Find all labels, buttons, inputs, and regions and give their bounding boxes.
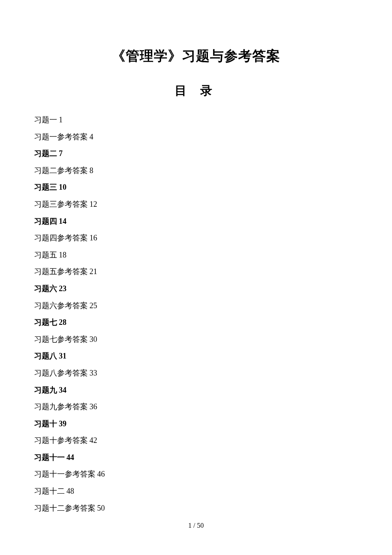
toc-entry-label: 习题九 [34, 386, 57, 394]
toc-entry: 习题十二参考答案50 [34, 500, 358, 517]
toc-entry-page: 16 [89, 234, 97, 242]
toc-entry-label: 习题八 [34, 352, 57, 360]
toc-entry: 习题十39 [34, 416, 358, 433]
toc-entry-page: 50 [97, 504, 105, 512]
toc-entry: 习题六23 [34, 280, 358, 298]
toc-entry: 习题七参考答案30 [34, 331, 358, 348]
toc-entry-label: 习题十二参考答案 [34, 504, 95, 512]
toc-entry: 习题八参考答案33 [34, 365, 358, 382]
toc-entry-page: 48 [66, 487, 74, 495]
toc-entry-label: 习题十一 [34, 453, 65, 462]
toc-entry-page: 30 [89, 335, 97, 344]
toc-entry-page: 14 [59, 217, 66, 225]
toc-entry-page: 10 [59, 183, 66, 191]
toc-entry: 习题九34 [34, 382, 358, 399]
toc-entry-label: 习题六 [34, 284, 57, 293]
toc-entry: 习题十参考答案42 [34, 432, 358, 449]
toc-entry: 习题九参考答案36 [34, 399, 358, 416]
toc-entry-page: 33 [89, 369, 97, 377]
toc-entry-label: 习题八参考答案 [34, 369, 88, 377]
toc-entry-label: 习题九参考答案 [34, 402, 88, 411]
document-page: 《管理学》习题与参考答案 目 录 习题一1习题一参考答案4习题二7习题二参考答案… [0, 0, 392, 542]
toc-entry-label: 习题二 [34, 149, 57, 158]
toc-entry-label: 习题三 [34, 183, 57, 191]
toc-entry-label: 习题三参考答案 [34, 200, 88, 208]
toc-entry: 习题四参考答案16 [34, 230, 358, 247]
toc-entry-page: 46 [97, 470, 105, 478]
page-footer: 1 / 50 [0, 522, 392, 529]
toc-entry-label: 习题十一参考答案 [34, 470, 95, 478]
toc-entry-label: 习题六参考答案 [34, 301, 88, 310]
toc-entry: 习题五18 [34, 247, 358, 264]
toc-entry: 习题七28 [34, 314, 358, 331]
toc-entry: 习题十二48 [34, 483, 358, 500]
toc-entry-page: 1 [59, 116, 63, 124]
toc-entry: 习题五参考答案21 [34, 263, 358, 280]
toc-entry-page: 39 [59, 419, 66, 428]
toc-heading: 目 录 [34, 83, 358, 99]
toc-entry-label: 习题四参考答案 [34, 234, 88, 242]
toc-entry-page: 12 [89, 200, 97, 208]
toc-entry: 习题六参考答案25 [34, 298, 358, 315]
toc-entry: 习题三参考答案12 [34, 196, 358, 213]
toc-entry-page: 23 [59, 284, 66, 293]
toc-entry-page: 44 [66, 453, 74, 462]
toc-entry-page: 25 [89, 301, 97, 310]
toc-entry-page: 28 [59, 318, 66, 327]
toc-entry-page: 21 [89, 267, 97, 276]
toc-entry-page: 42 [89, 436, 97, 445]
toc-entry-page: 8 [89, 166, 93, 175]
toc-entry-label: 习题十 [34, 419, 57, 428]
toc-entry-page: 18 [59, 251, 66, 259]
toc-entry: 习题八31 [34, 348, 358, 365]
toc-entry: 习题二参考答案8 [34, 162, 358, 179]
toc-entry-label: 习题五参考答案 [34, 267, 88, 276]
toc-entry: 习题十一参考答案46 [34, 466, 358, 483]
toc-entry-label: 习题一参考答案 [34, 133, 88, 141]
toc-entry-page: 34 [59, 386, 66, 394]
table-of-contents: 习题一1习题一参考答案4习题二7习题二参考答案8习题三10习题三参考答案12习题… [34, 112, 358, 517]
toc-entry-page: 31 [59, 352, 66, 360]
document-title: 《管理学》习题与参考答案 [34, 47, 358, 66]
toc-entry-label: 习题四 [34, 217, 57, 225]
toc-entry: 习题三10 [34, 179, 358, 196]
toc-entry: 习题一1 [34, 112, 358, 129]
toc-entry-label: 习题十参考答案 [34, 436, 88, 445]
toc-entry: 习题二7 [34, 145, 358, 162]
toc-entry: 习题十一44 [34, 449, 358, 466]
toc-entry-label: 习题七参考答案 [34, 335, 88, 344]
toc-entry: 习题四14 [34, 213, 358, 230]
toc-entry: 习题一参考答案4 [34, 129, 358, 146]
toc-entry-label: 习题十二 [34, 487, 65, 495]
toc-entry-label: 习题七 [34, 318, 57, 327]
toc-entry-page: 7 [59, 149, 63, 158]
toc-entry-label: 习题二参考答案 [34, 166, 88, 175]
toc-entry-page: 36 [89, 402, 97, 411]
toc-entry-page: 4 [89, 133, 93, 141]
toc-entry-label: 习题五 [34, 251, 57, 259]
toc-entry-label: 习题一 [34, 116, 57, 124]
